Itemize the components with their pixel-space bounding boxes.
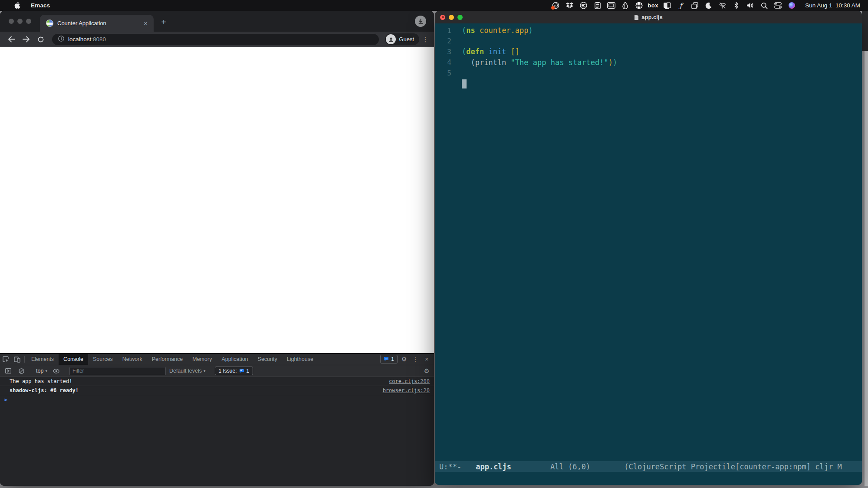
modeline-buffer-name[interactable]: app.cljs	[476, 462, 511, 471]
modeline-position: All (6,0)	[550, 462, 590, 471]
line-number: 4	[435, 58, 457, 66]
bluetooth-icon[interactable]	[732, 2, 740, 10]
code-text: (println "The app has started!"))	[457, 58, 617, 67]
console-message-row: The app has started! core.cljs:200	[0, 377, 434, 386]
tab-memory[interactable]: Memory	[187, 354, 217, 365]
clear-console-icon[interactable]	[16, 368, 27, 374]
console-sidebar-icon[interactable]	[3, 368, 14, 373]
inspect-element-icon[interactable]	[0, 354, 11, 365]
tab-application[interactable]: Application	[217, 354, 253, 365]
code-text: (ns counter.app)	[457, 26, 533, 35]
line-number: 5	[435, 69, 457, 77]
globe-grid-icon[interactable]	[635, 2, 643, 10]
issues-bubble-icon	[384, 357, 389, 362]
url-host: localhost	[68, 36, 91, 43]
tab-network[interactable]: Network	[118, 354, 147, 365]
cljs-favicon	[46, 20, 53, 27]
tab-sources[interactable]: Sources	[88, 354, 118, 365]
live-expression-eye-icon[interactable]	[51, 369, 62, 373]
issue-chip[interactable]: 1 Issue: 1	[215, 367, 253, 375]
issue-chip-label: 1 Issue:	[219, 368, 237, 374]
code-line: 2	[435, 36, 862, 47]
volume-icon[interactable]	[746, 2, 754, 10]
emacs-echo-area[interactable]	[435, 472, 862, 485]
prompt-chevron-icon: >	[4, 396, 7, 403]
chrome-window-controls	[9, 19, 31, 24]
console-source-link[interactable]: core.cljs:200	[389, 378, 430, 384]
issues-count: 1	[391, 356, 394, 362]
emacs-buffer[interactable]: 1 (ns counter.app) 2 3 (defn init [] 4 (…	[435, 23, 862, 461]
chrome-menu-button[interactable]: ⋮	[422, 33, 429, 46]
console-filter-input[interactable]	[69, 367, 166, 375]
chevron-down-icon: ▾	[204, 369, 206, 373]
browser-tab[interactable]: Counter Application ×	[40, 15, 154, 32]
emacs-window: app.cljs 1 (ns counter.app) 2 3 (defn in…	[435, 11, 862, 485]
modeline-major-modes[interactable]: (ClojureScript Projectile[counter-app:np…	[624, 462, 842, 471]
chevron-down-icon: ▾	[45, 369, 47, 373]
search-icon[interactable]	[760, 2, 768, 10]
forward-button[interactable]	[20, 33, 32, 46]
document-icon	[634, 14, 639, 20]
menubar-clock[interactable]: Sun Aug 1 10:30 AM	[805, 2, 860, 9]
new-tab-button[interactable]: +	[158, 18, 169, 26]
console-prompt[interactable]: >	[0, 395, 434, 404]
chrome-window: Counter Application × + localhos	[0, 11, 434, 486]
console-source-link[interactable]: browser.cljs:20	[383, 387, 430, 393]
tab-security[interactable]: Security	[253, 354, 282, 365]
device-toolbar-icon[interactable]	[11, 354, 23, 365]
droplet-icon[interactable]	[621, 2, 629, 10]
apple-menu-icon[interactable]	[13, 2, 21, 10]
back-button[interactable]	[5, 33, 17, 46]
emacs-modeline: U:**-app.cljsAll (6,0)(ClojureScript Pro…	[435, 461, 862, 472]
desktop: Emacs box	[0, 0, 868, 488]
close-window-button[interactable]	[9, 19, 14, 24]
spiral-icon[interactable]	[552, 2, 560, 10]
line-number: 2	[435, 37, 457, 45]
siri-icon[interactable]	[788, 2, 796, 10]
tab-console[interactable]: Console	[59, 354, 88, 365]
code-line: 4 (println "The app has started!"))	[435, 57, 862, 68]
function-icon[interactable]: ƒ	[677, 2, 685, 10]
reload-button[interactable]	[35, 33, 47, 46]
tab-elements[interactable]: Elements	[26, 354, 59, 365]
control-center-icon[interactable]	[774, 2, 782, 10]
log-levels-selector[interactable]: Default levels▾	[168, 368, 207, 374]
console-message-text: The app has started!	[10, 378, 389, 384]
console-settings-icon[interactable]: ⚙	[422, 367, 431, 374]
emacs-window-title: app.cljs	[435, 14, 862, 20]
context-selector[interactable]: top▾	[34, 368, 49, 374]
text-cursor	[462, 79, 467, 88]
site-info-icon[interactable]	[58, 36, 64, 43]
document-lines-icon[interactable]	[579, 2, 588, 10]
box-icon[interactable]: box	[649, 2, 657, 10]
devtools-panel: Elements Console Sources Network Perform…	[0, 353, 434, 486]
dropbox-icon[interactable]	[566, 2, 574, 10]
devtools-menu-icon[interactable]: ⋮	[411, 356, 420, 363]
issues-counter[interactable]: 1	[380, 355, 398, 364]
devtools-close-icon[interactable]: ×	[422, 356, 431, 363]
downloads-button[interactable]	[415, 16, 426, 27]
profile-chip[interactable]: Guest	[385, 33, 419, 45]
issue-chip-count: 1	[247, 368, 250, 374]
devtools-tabbar-right: 1 ⚙ ⋮ ×	[380, 354, 434, 365]
console-toolbar: top▾ Default levels▾ 1 Issue: 1 ⚙	[0, 365, 434, 377]
emacs-titlebar: app.cljs	[435, 11, 862, 23]
tab-lighthouse[interactable]: Lighthouse	[282, 354, 318, 365]
minimize-window-button[interactable]	[17, 19, 23, 24]
wifi-off-icon[interactable]	[718, 2, 727, 10]
zoom-window-button[interactable]	[26, 19, 31, 24]
clipboard-icon[interactable]	[593, 2, 602, 10]
menubar-app-name[interactable]: Emacs	[31, 2, 50, 9]
tab-close-icon[interactable]: ×	[142, 19, 149, 27]
console-message-row: shadow-cljs: #8 ready! browser.cljs:20	[0, 386, 434, 395]
issues-bubble-icon	[239, 368, 244, 373]
tab-performance[interactable]: Performance	[147, 354, 188, 365]
url-bar[interactable]: localhost:8080	[52, 34, 379, 45]
moon-icon[interactable]	[704, 2, 713, 10]
copy-icon[interactable]	[690, 2, 699, 10]
display-icon[interactable]	[607, 2, 615, 10]
code-line	[435, 79, 862, 89]
chrome-tabstrip: Counter Application × +	[0, 11, 434, 32]
display-half-icon[interactable]	[663, 2, 671, 10]
devtools-settings-icon[interactable]: ⚙	[399, 356, 409, 363]
